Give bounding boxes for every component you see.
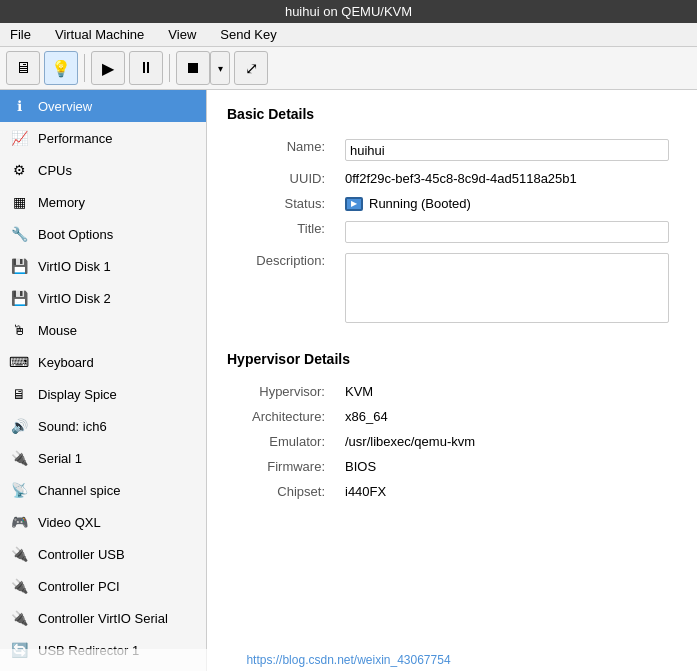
menu-item-virtual-machine[interactable]: Virtual Machine bbox=[49, 25, 150, 44]
sidebar-icon-virtio-disk-2: 💾 bbox=[8, 287, 30, 309]
toolbar-btn-details[interactable]: 💡 bbox=[44, 51, 78, 85]
sidebar-icon-controller-pci: 🔌 bbox=[8, 575, 30, 597]
hyper-field-label-architecture: Architecture: bbox=[227, 404, 337, 429]
toolbar-btn-play[interactable]: ▶ bbox=[91, 51, 125, 85]
sidebar-item-sound-ich6[interactable]: 🔊Sound: ich6 bbox=[0, 410, 206, 442]
hyper-field-label-firmware: Firmware: bbox=[227, 454, 337, 479]
sidebar-icon-performance: 📈 bbox=[8, 127, 30, 149]
sidebar-item-keyboard[interactable]: ⌨Keyboard bbox=[0, 346, 206, 378]
basic-field-label-title: Title: bbox=[227, 216, 337, 248]
sidebar-icon-cpus: ⚙ bbox=[8, 159, 30, 181]
basic-field-value-name[interactable] bbox=[337, 134, 677, 166]
sidebar-icon-channel-spice: 📡 bbox=[8, 479, 30, 501]
sidebar-item-display-spice[interactable]: 🖥Display Spice bbox=[0, 378, 206, 410]
sidebar-item-serial-1[interactable]: 🔌Serial 1 bbox=[0, 442, 206, 474]
status-badge: ▶Running (Booted) bbox=[345, 196, 669, 211]
sidebar-label-serial-1: Serial 1 bbox=[38, 451, 82, 466]
title-bar: huihui on QEMU/KVM bbox=[0, 0, 697, 23]
toolbar-btn-pause[interactable]: ⏸ bbox=[129, 51, 163, 85]
basic-field-value-status[interactable]: ▶Running (Booted) bbox=[337, 191, 677, 216]
sidebar-label-controller-pci: Controller PCI bbox=[38, 579, 120, 594]
toolbar-separator-2 bbox=[169, 54, 170, 82]
sidebar-icon-video-qxl: 🎮 bbox=[8, 511, 30, 533]
sidebar-item-mouse[interactable]: 🖱Mouse bbox=[0, 314, 206, 346]
basic-field-row-uuid: UUID:0ff2f29c-bef3-45c8-8c9d-4ad5118a25b… bbox=[227, 166, 677, 191]
sidebar-label-performance: Performance bbox=[38, 131, 112, 146]
hypervisor-details-table: Hypervisor:KVMArchitecture:x86_64Emulato… bbox=[227, 379, 677, 504]
sidebar-label-display-spice: Display Spice bbox=[38, 387, 117, 402]
basic-field-row-description: Description: bbox=[227, 248, 677, 331]
hyper-field-row-firmware: Firmware:BIOS bbox=[227, 454, 677, 479]
sidebar-label-sound-ich6: Sound: ich6 bbox=[38, 419, 107, 434]
main-layout: ℹOverview📈Performance⚙CPUs▦Memory🔧Boot O… bbox=[0, 90, 697, 671]
sidebar-item-virtio-disk-2[interactable]: 💾VirtIO Disk 2 bbox=[0, 282, 206, 314]
sidebar-item-controller-virtio-serial[interactable]: 🔌Controller VirtIO Serial bbox=[0, 602, 206, 634]
sidebar-label-video-qxl: Video QXL bbox=[38, 515, 101, 530]
sidebar-label-mouse: Mouse bbox=[38, 323, 77, 338]
hyper-field-value-chipset: i440FX bbox=[337, 479, 677, 504]
input-name[interactable] bbox=[345, 139, 669, 161]
sidebar-item-boot-options[interactable]: 🔧Boot Options bbox=[0, 218, 206, 250]
sidebar-item-overview[interactable]: ℹOverview bbox=[0, 90, 206, 122]
sidebar-icon-serial-1: 🔌 bbox=[8, 447, 30, 469]
toolbar-btn-screen[interactable]: 🖥 bbox=[6, 51, 40, 85]
status-text: Running (Booted) bbox=[369, 196, 471, 211]
sidebar-label-memory: Memory bbox=[38, 195, 85, 210]
hyper-field-value-hypervisor: KVM bbox=[337, 379, 677, 404]
hyper-field-value-firmware: BIOS bbox=[337, 454, 677, 479]
toolbar-btn-fullscreen[interactable]: ⤢ bbox=[234, 51, 268, 85]
hyper-field-value-emulator: /usr/libexec/qemu-kvm bbox=[337, 429, 677, 454]
basic-field-row-status: Status:▶Running (Booted) bbox=[227, 191, 677, 216]
sidebar-label-keyboard: Keyboard bbox=[38, 355, 94, 370]
sidebar-label-boot-options: Boot Options bbox=[38, 227, 113, 242]
sidebar-icon-sound-ich6: 🔊 bbox=[8, 415, 30, 437]
sidebar-item-performance[interactable]: 📈Performance bbox=[0, 122, 206, 154]
basic-field-label-description: Description: bbox=[227, 248, 337, 331]
toolbar-btn-shutdown[interactable]: ⏹ bbox=[176, 51, 210, 85]
textarea-description[interactable] bbox=[345, 253, 669, 323]
status-icon: ▶ bbox=[345, 197, 363, 211]
basic-field-value-title[interactable] bbox=[337, 216, 677, 248]
basic-field-label-status: Status: bbox=[227, 191, 337, 216]
hyper-field-row-hypervisor: Hypervisor:KVM bbox=[227, 379, 677, 404]
sidebar-label-virtio-disk-2: VirtIO Disk 2 bbox=[38, 291, 111, 306]
sidebar-item-channel-spice[interactable]: 📡Channel spice bbox=[0, 474, 206, 506]
sidebar: ℹOverview📈Performance⚙CPUs▦Memory🔧Boot O… bbox=[0, 90, 207, 671]
watermark-text: https://blog.csdn.net/weixin_43067754 bbox=[246, 653, 450, 667]
hyper-field-label-emulator: Emulator: bbox=[227, 429, 337, 454]
sidebar-item-memory[interactable]: ▦Memory bbox=[0, 186, 206, 218]
input-title[interactable] bbox=[345, 221, 669, 243]
sidebar-icon-virtio-disk-1: 💾 bbox=[8, 255, 30, 277]
menu-item-file[interactable]: File bbox=[4, 25, 37, 44]
toolbar-dropdown-button[interactable]: ▾ bbox=[210, 51, 230, 85]
sidebar-label-controller-virtio-serial: Controller VirtIO Serial bbox=[38, 611, 168, 626]
menu-item-view[interactable]: View bbox=[162, 25, 202, 44]
sidebar-icon-overview: ℹ bbox=[8, 95, 30, 117]
content-area: Basic Details Name:UUID:0ff2f29c-bef3-45… bbox=[207, 90, 697, 671]
hyper-field-value-architecture: x86_64 bbox=[337, 404, 677, 429]
sidebar-item-controller-usb[interactable]: 🔌Controller USB bbox=[0, 538, 206, 570]
sidebar-item-cpus[interactable]: ⚙CPUs bbox=[0, 154, 206, 186]
sidebar-item-controller-pci[interactable]: 🔌Controller PCI bbox=[0, 570, 206, 602]
sidebar-icon-controller-virtio-serial: 🔌 bbox=[8, 607, 30, 629]
basic-field-label-name: Name: bbox=[227, 134, 337, 166]
sidebar-icon-boot-options: 🔧 bbox=[8, 223, 30, 245]
sidebar-item-video-qxl[interactable]: 🎮Video QXL bbox=[0, 506, 206, 538]
sidebar-label-channel-spice: Channel spice bbox=[38, 483, 120, 498]
basic-details-table: Name:UUID:0ff2f29c-bef3-45c8-8c9d-4ad511… bbox=[227, 134, 677, 331]
sidebar-item-virtio-disk-1[interactable]: 💾VirtIO Disk 1 bbox=[0, 250, 206, 282]
watermark: https://blog.csdn.net/weixin_43067754 bbox=[0, 649, 697, 671]
sidebar-label-overview: Overview bbox=[38, 99, 92, 114]
hyper-field-row-emulator: Emulator:/usr/libexec/qemu-kvm bbox=[227, 429, 677, 454]
basic-details-title: Basic Details bbox=[227, 106, 677, 122]
sidebar-items: ℹOverview📈Performance⚙CPUs▦Memory🔧Boot O… bbox=[0, 90, 206, 671]
sidebar-icon-keyboard: ⌨ bbox=[8, 351, 30, 373]
toolbar-separator-1 bbox=[84, 54, 85, 82]
menu-bar: FileVirtual MachineViewSend Key bbox=[0, 23, 697, 47]
sidebar-icon-memory: ▦ bbox=[8, 191, 30, 213]
menu-item-send-key[interactable]: Send Key bbox=[214, 25, 282, 44]
hyper-field-label-chipset: Chipset: bbox=[227, 479, 337, 504]
sidebar-label-controller-usb: Controller USB bbox=[38, 547, 125, 562]
basic-field-value-description[interactable] bbox=[337, 248, 677, 331]
basic-field-row-name: Name: bbox=[227, 134, 677, 166]
